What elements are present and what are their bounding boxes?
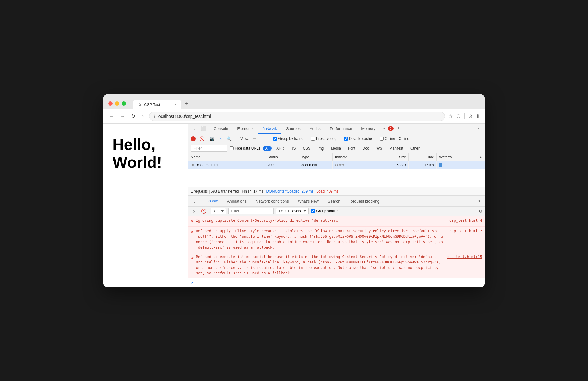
filter-doc-button[interactable]: Doc: [360, 146, 371, 151]
page-content: Hello, World!: [103, 124, 188, 287]
console-tab-network-conditions[interactable]: Network conditions: [251, 197, 293, 206]
tab-audits[interactable]: Audits: [305, 124, 325, 133]
view-list-icon[interactable]: ☰: [252, 136, 258, 142]
group-by-frame-group: Group by frame: [273, 137, 303, 141]
header-size: Size: [381, 153, 409, 161]
header-time: Time: [409, 153, 437, 161]
browser-window: 🗋 CSP Test × + ← → ↻ ⌂ ℹ localhost:8000/…: [103, 94, 485, 287]
close-traffic-light[interactable]: [108, 101, 113, 106]
device-icon[interactable]: ⬜: [199, 124, 209, 133]
profile-icon[interactable]: ⊙: [468, 113, 472, 119]
minimize-traffic-light[interactable]: [115, 101, 119, 106]
home-button[interactable]: ⌂: [140, 113, 145, 120]
hide-data-urls-checkbox[interactable]: [230, 146, 234, 150]
filter-xhr-button[interactable]: XHR: [274, 146, 286, 151]
error-link-3[interactable]: csp_test.html:15: [447, 254, 482, 260]
filter-other-button[interactable]: Other: [408, 146, 422, 151]
console-panel-close-button[interactable]: ×: [476, 197, 482, 206]
error-icon-3: ⊗: [191, 254, 193, 276]
console-settings-icon[interactable]: ⚙: [479, 208, 482, 214]
extension-icon[interactable]: ⬡: [456, 113, 461, 119]
header-type: Type: [299, 153, 333, 161]
tab-page-icon: 🗋: [138, 102, 142, 107]
preserve-log-checkbox[interactable]: [311, 137, 315, 141]
tab-network[interactable]: Network: [258, 124, 281, 134]
view-group-icon[interactable]: ⊞: [260, 136, 265, 142]
online-select[interactable]: Online: [399, 137, 409, 141]
filter-css-button[interactable]: CSS: [300, 146, 313, 151]
inspect-icon[interactable]: ↖: [191, 124, 198, 133]
clear-console-icon[interactable]: 🚫: [199, 208, 208, 214]
tab-performance[interactable]: Performance: [325, 124, 356, 133]
error-text-1: Ignoring duplicate Content-Security-Poli…: [196, 218, 447, 224]
capture-screenshot-button[interactable]: 📷: [208, 136, 216, 142]
more-tabs-button[interactable]: »: [380, 124, 387, 132]
bookmark-icon[interactable]: ☆: [449, 113, 453, 119]
empty-table-space: [188, 169, 485, 187]
error-text-2: Refused to apply inline style because it…: [196, 228, 447, 250]
load-link[interactable]: Load: 409 ms: [316, 189, 338, 194]
console-filter-input[interactable]: [228, 208, 274, 214]
maximize-traffic-light[interactable]: [122, 101, 126, 106]
tab-close-button[interactable]: ×: [174, 102, 177, 107]
dom-content-loaded-link[interactable]: DOMContentLoaded: 269 ms: [266, 189, 313, 194]
filter-img-button[interactable]: Img: [315, 146, 326, 151]
group-by-frame-checkbox[interactable]: [273, 137, 277, 141]
console-tab-whats-new[interactable]: What's New: [294, 197, 323, 206]
devtools-menu-icon[interactable]: ⋮: [394, 124, 403, 133]
info-icon: ℹ: [154, 114, 155, 118]
group-similar-checkbox[interactable]: [311, 209, 315, 213]
execute-icon[interactable]: ▷: [191, 208, 197, 214]
console-toolbar: ▷ 🚫 top Default levels Group similar ⚙: [188, 207, 485, 216]
console-menu-icon[interactable]: ⋮: [191, 196, 199, 206]
filter-manifest-button[interactable]: Manifest: [387, 146, 406, 151]
reload-button[interactable]: ↻: [130, 113, 136, 120]
console-tab-console[interactable]: Console: [199, 196, 222, 206]
group-similar-group: Group similar: [311, 209, 338, 213]
search-network-button[interactable]: 🔍: [225, 136, 233, 142]
disable-cache-checkbox[interactable]: [344, 137, 348, 141]
filter-js-button[interactable]: JS: [289, 146, 298, 151]
main-content: Hello, World! ↖ ⬜ Console Elements Netwo…: [103, 124, 485, 287]
tab-memory[interactable]: Memory: [357, 124, 380, 133]
offline-checkbox[interactable]: [380, 137, 384, 141]
filter-media-button[interactable]: Media: [328, 146, 343, 151]
url-bar[interactable]: ℹ localhost:8000/csp_test.html: [149, 112, 445, 121]
error-link-2[interactable]: csp_test.html:7: [449, 228, 482, 234]
tab-console[interactable]: Console: [209, 124, 232, 133]
forward-button[interactable]: →: [119, 113, 126, 120]
prompt-arrow-icon: >: [191, 280, 193, 285]
record-button[interactable]: [191, 136, 196, 141]
url-text: localhost:8000/csp_test.html: [158, 114, 211, 119]
new-tab-button[interactable]: +: [181, 98, 192, 109]
toolbar-separator-1: [237, 136, 237, 141]
filter-input[interactable]: [191, 145, 227, 152]
table-row[interactable]: ▣ csp_test.html 200 document Other 693 B…: [188, 161, 485, 169]
filter-font-button[interactable]: Font: [346, 146, 358, 151]
context-select[interactable]: top: [211, 208, 226, 214]
filter-all-button[interactable]: All: [263, 146, 272, 151]
filter-ws-button[interactable]: WS: [374, 146, 384, 151]
error-icon-1: ⊗: [191, 218, 193, 224]
error-link-1[interactable]: csp_test.html:4: [449, 218, 482, 223]
console-tab-search[interactable]: Search: [324, 197, 345, 206]
row-type: document: [299, 161, 333, 169]
waterfall-bar: [439, 163, 442, 167]
toolbar-separator-3: [307, 136, 307, 141]
browser-tab[interactable]: 🗋 CSP Test ×: [133, 100, 181, 109]
console-prompt[interactable]: >: [188, 278, 485, 287]
tab-elements[interactable]: Elements: [233, 124, 258, 133]
devtools-panel: ↖ ⬜ Console Elements Network Sources Aud…: [188, 124, 485, 287]
console-tab-request-blocking[interactable]: Request blocking: [345, 197, 384, 206]
offline-label: Offline: [385, 137, 395, 141]
tab-sources[interactable]: Sources: [282, 124, 305, 133]
devtools-close-button[interactable]: ×: [475, 124, 482, 132]
levels-select[interactable]: Default levels: [276, 208, 309, 214]
stop-recording-button[interactable]: 🚫: [198, 136, 206, 142]
toolbar-separator-4: [340, 136, 340, 141]
console-tab-animations[interactable]: Animations: [223, 197, 251, 206]
preserve-log-label: Preserve log: [316, 137, 336, 141]
back-button[interactable]: ←: [108, 113, 116, 120]
update-icon[interactable]: ⬆: [476, 113, 480, 119]
filter-network-button[interactable]: ⬦: [218, 136, 223, 142]
